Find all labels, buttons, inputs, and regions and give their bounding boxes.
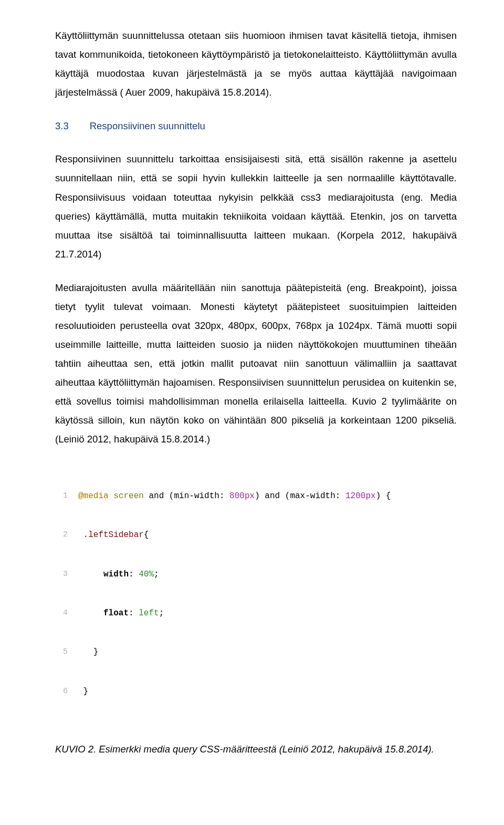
code-token-40pct: 40% — [139, 570, 154, 579]
code-token-minwidth: min-width — [174, 491, 219, 501]
code-token-1200px: 1200px — [345, 491, 376, 501]
paragraph-3: Mediarajoitusten avulla määritellään nii… — [55, 279, 457, 449]
code-token-800px: 800px — [229, 491, 255, 501]
code-line-4: 4 float: left; — [57, 607, 457, 620]
paragraph-2: Responsiivinen suunnittelu tarkoittaa en… — [55, 150, 457, 263]
code-line-3: 3 width: 40%; — [57, 568, 457, 581]
code-snippet: 1@media screen and (min-width: 800px) an… — [55, 463, 457, 724]
code-token-maxwidth: max-width — [290, 491, 335, 501]
code-token-selector: .leftSidebar — [83, 530, 144, 540]
code-token-float-prop: float — [103, 609, 129, 618]
code-line-2: 2 .leftSidebar{ — [57, 529, 457, 542]
code-token-screen: screen — [113, 491, 144, 501]
code-token-left: left — [139, 609, 159, 618]
heading-text: Responsiivinen suunnittelu — [90, 120, 205, 131]
figure-caption: KUVIO 2. Esimerkki media query CSS-määri… — [55, 740, 457, 758]
document-page: Käyttöliittymän suunnittelussa otetaan s… — [0, 0, 504, 825]
code-line-1: 1@media screen and (min-width: 800px) an… — [57, 490, 457, 503]
code-line-6: 6 } — [57, 685, 457, 698]
code-token-media: @media — [78, 491, 109, 501]
code-token-and: and — [265, 491, 280, 501]
paragraph-1: Käyttöliittymän suunnittelussa otetaan s… — [55, 26, 457, 102]
code-line-5: 5 } — [57, 646, 457, 659]
heading-number: 3.3 — [55, 117, 69, 135]
code-token-and: and — [149, 491, 164, 501]
code-token-width-prop: width — [103, 570, 129, 579]
section-heading: 3.3Responsiivinen suunnittelu — [55, 117, 457, 135]
